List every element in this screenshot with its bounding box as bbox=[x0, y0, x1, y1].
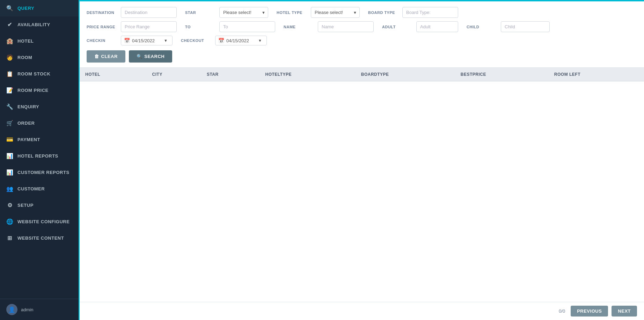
pagination-bar: 0/0 PREVIOUS NEXT bbox=[80, 302, 644, 320]
sidebar-icon-customer: 👥 bbox=[6, 186, 13, 192]
page-info: 0/0 bbox=[559, 308, 565, 314]
checkout-date-wrapper[interactable]: 📅 ▼ bbox=[215, 36, 267, 45]
sidebar-item-availability[interactable]: ✔ AVAILABILITY bbox=[0, 16, 79, 33]
adult-section: ADULT bbox=[382, 21, 458, 32]
user-footer: 👤 admin bbox=[0, 299, 79, 320]
star-section: STAR Please select! ▼ bbox=[185, 7, 268, 18]
price-range-input[interactable] bbox=[121, 21, 177, 32]
avatar: 👤 bbox=[6, 304, 17, 315]
sidebar-label-payment: PAYMENT bbox=[17, 137, 40, 142]
board-type-input[interactable] bbox=[402, 7, 458, 18]
name-label: NAME bbox=[284, 25, 315, 29]
search-icon: 🔍 bbox=[137, 54, 142, 59]
sidebar-label-customer: CUSTOMER bbox=[17, 186, 45, 191]
sidebar-icon-hotel-reports: 📊 bbox=[6, 153, 13, 159]
username-label: admin bbox=[21, 307, 33, 312]
name-section: NAME bbox=[284, 21, 374, 32]
sidebar-label-availability: AVAILABILITY bbox=[17, 22, 50, 27]
sidebar-icon-enquiry: 🔧 bbox=[6, 103, 13, 110]
sidebar-icon-customer-reports: 📊 bbox=[6, 169, 13, 176]
checkin-chevron-icon: ▼ bbox=[164, 38, 168, 43]
destination-input[interactable] bbox=[121, 7, 177, 18]
checkin-date-wrapper[interactable]: 📅 ▼ bbox=[121, 36, 173, 45]
action-buttons: 🗑 CLEAR 🔍 SEARCH bbox=[87, 50, 637, 63]
col-bestprice: BESTPRICE bbox=[455, 68, 549, 81]
sidebar-item-setup[interactable]: ⚙ SETUP bbox=[0, 197, 79, 213]
child-section: CHILD bbox=[467, 21, 550, 32]
previous-button[interactable]: PREVIOUS bbox=[571, 306, 608, 317]
adult-label: ADULT bbox=[382, 25, 414, 29]
sidebar-item-website-configure[interactable]: 🌐 WEBSITE CONFIGURE bbox=[0, 213, 79, 230]
sidebar-item-customer-reports[interactable]: 📊 CUSTOMER REPORTS bbox=[0, 164, 79, 181]
sidebar-item-hotel-reports[interactable]: 📊 HOTEL REPORTS bbox=[0, 148, 79, 164]
col-city: CITY bbox=[147, 68, 201, 81]
sidebar-item-payment[interactable]: 💳 PAYMENT bbox=[0, 131, 79, 148]
star-select[interactable]: Please select! bbox=[219, 7, 268, 18]
clear-label: CLEAR bbox=[101, 54, 118, 59]
to-input[interactable] bbox=[219, 21, 275, 32]
main-content: DESTINATION STAR Please select! ▼ HOTEL … bbox=[80, 0, 644, 320]
sidebar-label-query: QUERY bbox=[17, 6, 34, 11]
sidebar-label-hotel: HOTEL bbox=[17, 38, 34, 44]
checkout-calendar-icon: 📅 bbox=[218, 38, 224, 43]
col-hoteltype: HOTELTYPE bbox=[260, 68, 356, 81]
next-button[interactable]: NEXT bbox=[612, 306, 637, 317]
sidebar-label-customer-reports: CUSTOMER REPORTS bbox=[17, 170, 69, 175]
board-type-label: BOARD TYPE bbox=[368, 10, 400, 15]
col-room-left: ROOM LEFT bbox=[549, 68, 644, 81]
sidebar-item-hotel[interactable]: 🏨 HOTEL bbox=[0, 33, 79, 49]
sidebar-label-setup: SETUP bbox=[17, 203, 34, 208]
sidebar-item-room[interactable]: 🧑 ROOM bbox=[0, 49, 79, 66]
results-table: HOTELCITYSTARHOTELTYPEBOARDTYPEBESTPRICE… bbox=[80, 68, 644, 81]
to-label: TO bbox=[185, 25, 217, 29]
name-input[interactable] bbox=[318, 21, 374, 32]
star-label: STAR bbox=[185, 10, 217, 15]
hotel-type-select-wrapper: Please select! ▼ bbox=[311, 7, 360, 18]
star-select-wrapper: Please select! ▼ bbox=[219, 7, 268, 18]
checkin-section: CHECKIN 📅 ▼ bbox=[87, 36, 173, 45]
sidebar-label-website-content: WEBSITE CONTENT bbox=[17, 235, 64, 241]
child-input[interactable] bbox=[501, 21, 550, 32]
checkout-chevron-icon: ▼ bbox=[258, 38, 262, 43]
destination-label: DESTINATION bbox=[87, 10, 118, 15]
sidebar-item-room-stock[interactable]: 📋 ROOM STOCK bbox=[0, 66, 79, 82]
sidebar-icon-hotel: 🏨 bbox=[6, 38, 13, 44]
child-label: CHILD bbox=[467, 25, 498, 29]
checkin-label: CHECKIN bbox=[87, 38, 118, 43]
sidebar: 🔍 QUERY✔ AVAILABILITY🏨 HOTEL🧑 ROOM📋 ROOM… bbox=[0, 0, 80, 320]
sidebar-icon-website-configure: 🌐 bbox=[6, 218, 13, 225]
sidebar-label-hotel-reports: HOTEL REPORTS bbox=[17, 153, 58, 159]
sidebar-icon-setup: ⚙ bbox=[6, 202, 13, 209]
checkout-input[interactable] bbox=[226, 38, 256, 43]
col-boardtype: BOARDTYPE bbox=[356, 68, 455, 81]
sidebar-item-website-content[interactable]: ⊞ WEBSITE CONTENT bbox=[0, 230, 79, 246]
clear-icon: 🗑 bbox=[94, 54, 99, 59]
sidebar-item-order[interactable]: 🛒 ORDER bbox=[0, 115, 79, 131]
sidebar-label-enquiry: ENQUIRY bbox=[17, 104, 39, 109]
checkin-input[interactable] bbox=[132, 38, 162, 43]
sidebar-item-customer[interactable]: 👥 CUSTOMER bbox=[0, 181, 79, 197]
board-type-section: BOARD TYPE bbox=[368, 7, 458, 18]
sidebar-item-query[interactable]: 🔍 QUERY bbox=[0, 0, 79, 16]
hotel-type-select[interactable]: Please select! bbox=[311, 7, 360, 18]
checkout-section: CHECKOUT 📅 ▼ bbox=[181, 36, 267, 45]
sidebar-icon-query: 🔍 bbox=[6, 5, 13, 12]
checkin-calendar-icon: 📅 bbox=[124, 38, 130, 43]
sidebar-icon-room-stock: 📋 bbox=[6, 71, 13, 77]
clear-button[interactable]: 🗑 CLEAR bbox=[87, 50, 125, 63]
destination-section: DESTINATION bbox=[87, 7, 177, 18]
checkout-label: CHECKOUT bbox=[181, 38, 212, 43]
table-header: HOTELCITYSTARHOTELTYPEBOARDTYPEBESTPRICE… bbox=[80, 68, 644, 81]
price-range-label: PRICE RANGE bbox=[87, 25, 118, 29]
sidebar-icon-website-content: ⊞ bbox=[6, 235, 13, 241]
filter-panel: DESTINATION STAR Please select! ▼ HOTEL … bbox=[80, 1, 644, 68]
search-button[interactable]: 🔍 SEARCH bbox=[129, 50, 172, 63]
sidebar-label-order: ORDER bbox=[17, 121, 35, 126]
col-hotel: HOTEL bbox=[80, 68, 147, 81]
to-section: TO bbox=[185, 21, 275, 32]
adult-input[interactable] bbox=[416, 21, 458, 32]
sidebar-icon-availability: ✔ bbox=[6, 21, 13, 28]
sidebar-item-enquiry[interactable]: 🔧 ENQUIRY bbox=[0, 99, 79, 115]
sidebar-icon-order: 🛒 bbox=[6, 120, 13, 126]
sidebar-item-room-price[interactable]: 📝 ROOM PRICE bbox=[0, 82, 79, 99]
